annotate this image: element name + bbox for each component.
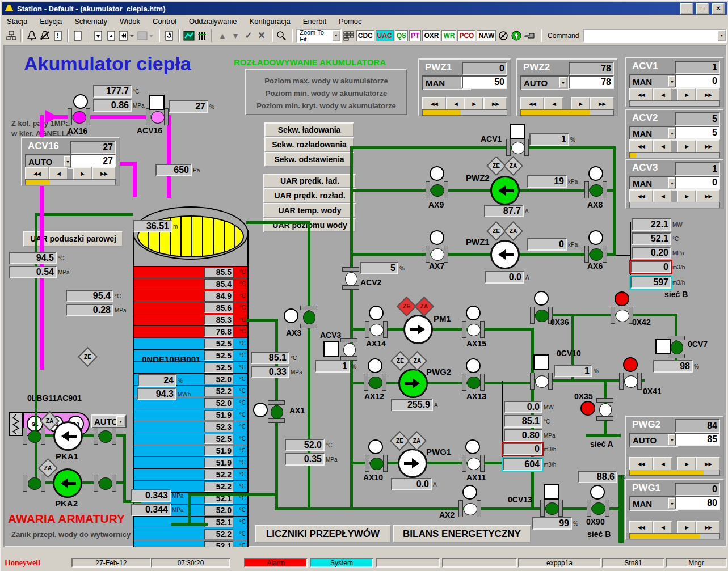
menu-schematy[interactable]: Schematy <box>74 17 107 26</box>
maximize-button[interactable]: □ <box>696 3 709 14</box>
cancel-icon[interactable]: ✕ <box>256 29 267 43</box>
step-up-button[interactable]: ▶ <box>571 97 590 111</box>
blank-page-icon[interactable] <box>72 29 83 43</box>
valve-AX8[interactable] <box>584 181 607 198</box>
alarm-bell-icon[interactable] <box>26 29 37 43</box>
step-up-button[interactable]: ▶ <box>677 189 696 203</box>
multi-window-icon[interactable] <box>343 29 355 43</box>
step-down-button[interactable]: ◀ <box>446 97 465 111</box>
mode-select-arrow[interactable]: ▼ <box>559 77 567 88</box>
network-icon[interactable] <box>6 29 17 43</box>
valve-actuator-0CV13[interactable] <box>544 484 559 500</box>
valve-AX11[interactable] <box>462 455 485 472</box>
tag-naw[interactable]: NAW <box>477 30 496 41</box>
step-up-fast-button[interactable]: ▶ ▶ <box>483 97 507 111</box>
valve-PKA2-out[interactable] <box>94 475 116 492</box>
seq-odstawienia-button[interactable]: Sekw. odstawienia <box>264 152 354 167</box>
step-up-fast-button[interactable]: ▶ ▶ <box>696 457 720 471</box>
pump-PWZ2[interactable] <box>490 176 520 205</box>
faceplate-sp-input[interactable]: 78 <box>569 75 614 89</box>
step-down-fast-button[interactable]: ◀ ◀ <box>25 167 49 180</box>
step-down-button[interactable]: ◀ <box>653 88 672 101</box>
valve-actuator-0CV10[interactable] <box>533 354 549 370</box>
pump-PKA1[interactable] <box>53 421 83 451</box>
faceplate-sp-input[interactable]: 85 <box>675 433 720 446</box>
refresh-page-icon[interactable] <box>163 29 175 43</box>
valve-0CV10[interactable] <box>530 373 553 390</box>
zoom-select[interactable]: Zoom To Fit▼ <box>296 29 342 43</box>
page-down-icon[interactable] <box>92 29 104 43</box>
valve-0X35[interactable] <box>596 398 613 421</box>
tag-wr[interactable]: WR <box>441 30 456 41</box>
faceplate-mode-select[interactable]: AUTO▼ <box>520 75 569 90</box>
menu-enerbit[interactable]: Enerbit <box>303 17 326 26</box>
pump-PWZ1[interactable] <box>490 240 520 269</box>
faceplate-sp-input[interactable]: 5 <box>675 126 720 139</box>
faceplate-mode-select[interactable]: AUTO▼ <box>629 433 678 447</box>
uar-predk-lad-button[interactable]: UAR prędk. ład. <box>263 174 356 188</box>
message-page-icon[interactable]: ! <box>52 29 64 43</box>
valve-actuator-ACV3[interactable] <box>323 341 339 357</box>
alarm-indicator[interactable]: Alarm <box>244 558 308 568</box>
search-icon[interactable] <box>276 29 288 43</box>
valve-AX14[interactable] <box>365 321 388 338</box>
valve-ACV2[interactable] <box>342 267 359 290</box>
tag-oxr[interactable]: OXR <box>422 30 440 41</box>
menu-stacja[interactable]: Stacja <box>7 17 27 26</box>
valve-AX6[interactable] <box>584 246 607 263</box>
faceplate-mode-select[interactable]: MAN▼ <box>629 496 678 511</box>
uar-poduszki-button[interactable]: UAR poduszki parowej <box>23 231 123 247</box>
step-up-fast-button[interactable]: ▶ ▶ <box>696 88 720 101</box>
seq-rozladowania-button[interactable]: Sekw. rozładowania <box>264 137 354 152</box>
step-up-button[interactable]: ▶ <box>677 139 696 153</box>
step-down-fast-button[interactable]: ◀ ◀ <box>629 189 653 203</box>
valve-ACV16[interactable] <box>146 108 169 125</box>
tag-cdc[interactable]: CDC <box>356 30 374 41</box>
faceplate-mode-select[interactable]: MAN▼ <box>629 176 678 191</box>
step-down-button[interactable]: ◀ <box>544 97 563 111</box>
raise-icon[interactable]: ▲ <box>217 29 228 43</box>
command-input[interactable]: ▼ <box>583 29 727 43</box>
pump-PM1[interactable] <box>403 315 433 344</box>
heater-mode-select[interactable]: AUTO ▼ <box>91 414 127 428</box>
crossed-circle-icon[interactable] <box>498 29 509 43</box>
system-indicator[interactable]: System <box>310 558 373 568</box>
green-up-icon[interactable] <box>511 29 522 43</box>
pump-PWG1[interactable] <box>398 449 427 478</box>
confirm-icon[interactable]: ✓ <box>243 29 254 43</box>
step-down-fast-button[interactable]: ◀ ◀ <box>629 521 653 534</box>
hand-icon[interactable] <box>524 29 536 43</box>
valve-AX1[interactable] <box>268 400 285 423</box>
menu-pomoc[interactable]: Pomoc <box>339 17 361 26</box>
uar-temp-wody-button[interactable]: UAR temp. wody <box>263 203 356 218</box>
faceplate-mode-select[interactable]: MAN▼ <box>629 126 678 141</box>
command-dropdown-arrow[interactable]: ▼ <box>717 30 726 41</box>
step-down-fast-button[interactable]: ◀ ◀ <box>629 457 653 471</box>
valve-PKA1-in[interactable] <box>23 428 45 445</box>
valve-PKA1-out[interactable] <box>94 428 116 445</box>
valve-AX3[interactable] <box>300 306 317 328</box>
pump-PWG2[interactable] <box>398 369 428 398</box>
step-up-fast-button[interactable]: ▶ ▶ <box>696 139 720 153</box>
step-up-button[interactable]: ▶ <box>677 457 696 471</box>
valve-0X42[interactable] <box>611 307 633 324</box>
step-up-button[interactable]: ▶ <box>464 97 483 111</box>
valve-AX15[interactable] <box>462 321 485 338</box>
valve-AX7[interactable] <box>426 246 448 263</box>
faceplate-mode-select[interactable]: MAN▼ <box>629 74 678 89</box>
close-button[interactable]: ✕ <box>712 3 725 14</box>
valve-actuator-ACV1[interactable] <box>510 124 525 139</box>
valve-AX9[interactable] <box>426 181 448 198</box>
menu-edycja[interactable]: Edycja <box>40 17 62 26</box>
step-down-button[interactable]: ◀ <box>653 189 672 203</box>
step-up-fast-button[interactable]: ▶ ▶ <box>696 189 720 203</box>
alarm-ack-icon[interactable] <box>39 29 51 43</box>
valve-PKA2-in[interactable] <box>23 475 45 492</box>
valve-0CV13[interactable] <box>540 500 563 517</box>
valve-actuator-0CV7[interactable] <box>655 339 671 354</box>
lower-icon[interactable]: ▼ <box>230 29 241 43</box>
valve-AX2[interactable] <box>458 500 481 517</box>
valve-AX13[interactable] <box>462 374 485 391</box>
step-up-button[interactable]: ▶ <box>677 521 696 534</box>
valve-ACV1[interactable] <box>506 139 529 156</box>
